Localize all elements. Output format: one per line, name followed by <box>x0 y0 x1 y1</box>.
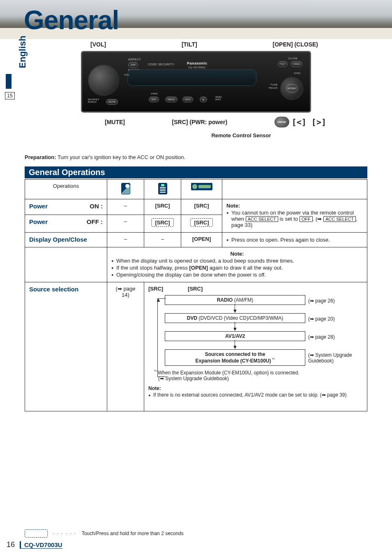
fp-aspect: ASPECT <box>128 58 141 61</box>
flow-arrow-3: │▼ <box>165 341 305 349</box>
flow-arrow-2: │▼ <box>165 323 305 331</box>
volume-knob-icon <box>88 65 119 96</box>
cell-power-on-b: [SRC] <box>144 199 181 215</box>
footer-model: CQ-VD7003U <box>20 541 62 549</box>
fp-menu-btn: MENU <box>165 97 178 102</box>
source-note-body: If there is no external sources connecte… <box>148 392 363 398</box>
fp-src-btn: SRC <box>149 97 159 102</box>
fp-disc: DISC <box>294 72 301 74</box>
fp-open-btn: OPEN <box>291 61 302 67</box>
label-src-pwr: [SRC] (PWR: power) <box>172 119 228 125</box>
language-label: English <box>17 36 28 68</box>
label-mute: [MUTE] <box>105 119 125 125</box>
cell-power-on-c: [SRC] <box>181 199 222 215</box>
ref-radio: (➡ page 26) <box>308 298 366 304</box>
section-title-bar: General Operations <box>25 166 367 178</box>
cell-power-off-b: [SRC] <box>144 215 181 233</box>
enter-nav-group: ENTER [<] [>] <box>274 117 326 127</box>
flow-arrow-1: │▼ <box>165 305 305 313</box>
fp-wma-mp3: WMA MP3 <box>215 96 222 101</box>
display-note-b2: If the unit stops halfway, press [OPEN] … <box>111 265 363 271</box>
row-power-on: Power ON : – [SRC] [SRC] Note: You canno… <box>25 199 367 215</box>
flow-radio: RADIO (AM/FM) (➡ page 26) <box>165 295 305 305</box>
fp-screen <box>127 69 256 86</box>
page-title: General <box>24 5 119 35</box>
page-footer: 16 CQ-VD7003U <box>7 540 62 549</box>
display-note-title: Note: <box>111 251 363 257</box>
hdr-remote-icon <box>144 180 181 199</box>
fp-pwr: PWR <box>151 92 158 95</box>
cell-power-note: Note: You cannot turn on the power via t… <box>222 199 367 233</box>
power-on-sub: ON : <box>90 203 103 210</box>
cell-power-on-a: – <box>107 199 144 215</box>
power-off-label: Power <box>29 218 48 225</box>
remote-icon <box>158 183 167 194</box>
table-header-row: Operations <box>25 180 367 199</box>
fp-brand: Panasonic <box>187 61 208 65</box>
touch-icon <box>121 183 130 194</box>
power-off-sub: OFF : <box>87 218 103 225</box>
remote-sensor-label: Remote Control Sensor <box>25 132 367 138</box>
hdr-notes <box>222 180 367 199</box>
legend-dots: · · · · · · <box>53 531 77 536</box>
label-tilt: [TILT] <box>182 41 197 48</box>
cell-display-a: – <box>107 233 144 247</box>
ref-av: (➡ page 28) <box>308 334 366 340</box>
power-note-bullet: You cannot turn on the power via the rem… <box>226 210 363 228</box>
side-page-number: 15 <box>5 92 15 99</box>
flow-expansion: Sources connected to the Expansion Modul… <box>165 349 305 366</box>
row-source: Source selection (➡ page 14) [SRC] [SRC]… <box>25 282 367 411</box>
label-open-close: [OPEN] (CLOSE) <box>273 41 318 48</box>
display-label: Display Open/Close <box>29 236 87 243</box>
cell-display-c: [OPEN] <box>181 233 222 247</box>
fp-navi-btn: NAVI <box>182 97 193 102</box>
source-note-title: Note: <box>148 385 363 391</box>
label-vol: [VOL] <box>90 41 106 48</box>
fp-tune: TUNE <box>270 83 278 86</box>
fp-mosfet: MOSFET 50Wx4 <box>88 98 99 103</box>
row-display: Display Open/Close – – [OPEN] Press once… <box>25 233 367 247</box>
power-note-title: Note: <box>226 203 363 209</box>
ref-dvd: (➡ page 20) <box>308 316 366 322</box>
cell-source-b: [SRC] <box>148 286 163 292</box>
legend-dashbox-icon <box>25 529 48 538</box>
tab-marker <box>6 74 12 89</box>
unit-icon <box>191 183 212 190</box>
source-footnote: *¹ When the Expansion Module (CY-EM100U,… <box>148 369 363 381</box>
fp-track: TRACK <box>268 87 278 89</box>
cell-source-c: [SRC] <box>188 286 203 292</box>
operations-table: Operations Power ON : – [SRC] [SRC] Note… <box>25 179 367 411</box>
ref-expansion: (➡ System Upgrade Guidebook) <box>308 352 366 364</box>
display-note-b1: When the display unit is opened or close… <box>111 258 363 264</box>
hdr-operations: Operations <box>25 180 107 199</box>
display-note-b3: Opening/closing the display can be done … <box>111 272 363 278</box>
cell-display-note-right: Press once to open. Press again to close… <box>222 233 367 247</box>
hdr-unit-icon <box>181 180 222 199</box>
fp-model: CQ-VD7003U <box>188 66 205 69</box>
row-display-note: Note: When the display unit is opened or… <box>25 247 367 282</box>
fp-eject-btn: ▲ <box>200 97 207 102</box>
faceplate-illustration: ASPECT ASP P·MODE CODE SECURITY Panasoni… <box>81 51 311 113</box>
fp-mute-btn: MUTE <box>106 99 118 105</box>
flow-av: AV1/AV2 (➡ page 28) <box>165 331 305 341</box>
source-flow: ▲ RADIO (AM/FM) (➡ page 26) │▼ DVD (DVD/… <box>148 295 363 366</box>
source-label: Source selection <box>29 286 78 293</box>
fp-code-security: CODE SECURITY <box>148 63 174 66</box>
fp-close: CLOSE <box>288 57 297 60</box>
faceplate-diagram: [VOL] [TILT] [OPEN] (CLOSE) ASPECT ASP P… <box>25 41 367 156</box>
legend: · · · · · · Touch/Press and hold for mor… <box>25 529 184 538</box>
power-label: Power <box>29 203 48 210</box>
legend-text: Touch/Press and hold for more than 2 sec… <box>82 531 184 536</box>
nav-brackets: [<] [>] <box>292 117 326 127</box>
enter-dial-icon: ENTER <box>274 117 289 127</box>
cell-display-b: – <box>144 233 181 247</box>
hdr-touch-icon <box>107 180 144 199</box>
cell-power-off-a: – <box>107 215 144 233</box>
fp-tilt-btn: TILT <box>278 61 288 67</box>
flow-dvd: DVD (DVD/VCD (Video CD)/CD/MP3/WMA) (➡ p… <box>165 313 305 323</box>
fp-asp-btn: ASP <box>128 62 138 68</box>
footer-page-number: 16 <box>7 540 15 549</box>
fp-vol-label: VOL <box>124 74 130 76</box>
cell-source-a: (➡ page 14) <box>107 282 144 411</box>
fp-enter: ENTER <box>286 84 297 92</box>
